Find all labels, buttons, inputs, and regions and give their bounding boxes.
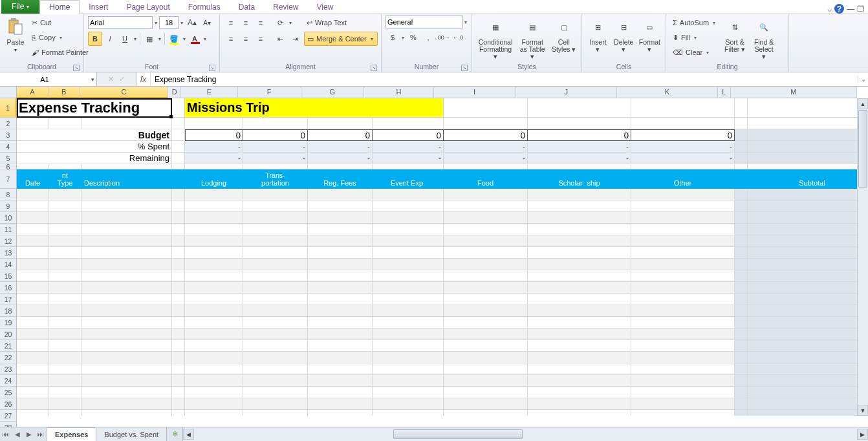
cell-H14[interactable] bbox=[373, 259, 444, 270]
cell-K27[interactable] bbox=[631, 410, 735, 416]
cell-M19[interactable]: - bbox=[748, 317, 857, 328]
cell-J10[interactable] bbox=[528, 212, 631, 224]
cell-H9[interactable] bbox=[373, 200, 444, 212]
tab-home[interactable]: Home bbox=[39, 0, 80, 14]
row-header-10[interactable]: 10 bbox=[0, 212, 17, 224]
sheet-nav[interactable]: ⏮◀▶⏭ bbox=[0, 427, 47, 441]
copy-button[interactable]: ⎘Copy▾ bbox=[29, 30, 91, 45]
cell-D22[interactable] bbox=[172, 352, 185, 363]
cell-H15[interactable] bbox=[373, 270, 444, 282]
cell-B27[interactable] bbox=[49, 410, 81, 416]
header-G[interactable]: Reg. Fees bbox=[308, 169, 373, 189]
insert-cells-button[interactable]: ⊞Insert▾ bbox=[586, 16, 610, 54]
cell-I22[interactable] bbox=[444, 352, 528, 363]
cell-M18[interactable]: - bbox=[748, 305, 857, 317]
format-cells-button[interactable]: ▭Format▾ bbox=[638, 16, 662, 54]
cell-C13[interactable] bbox=[81, 247, 172, 259]
cell-E12[interactable] bbox=[185, 235, 243, 247]
cell-B13[interactable] bbox=[49, 247, 81, 259]
cell-B10[interactable] bbox=[49, 212, 81, 224]
cell-J21[interactable] bbox=[528, 340, 631, 352]
cell-A1[interactable]: Expense Tracking bbox=[17, 98, 172, 118]
cell-L1[interactable] bbox=[735, 98, 748, 118]
cell-C22[interactable] bbox=[81, 352, 172, 363]
name-box[interactable]: ▾ bbox=[0, 72, 97, 86]
orientation-icon[interactable]: ⟳ bbox=[273, 16, 287, 30]
cell-L24[interactable] bbox=[735, 375, 748, 387]
cell-C26[interactable] bbox=[81, 398, 172, 410]
cell-M24[interactable]: - bbox=[748, 375, 857, 387]
cell-M25[interactable]: - bbox=[748, 387, 857, 398]
cell-D21[interactable] bbox=[172, 340, 185, 352]
cell-J26[interactable] bbox=[528, 398, 631, 410]
font-name-dd[interactable]: ▾ bbox=[153, 20, 158, 26]
cell-M4[interactable]: - bbox=[748, 141, 857, 153]
cell-I3[interactable]: 0 bbox=[444, 129, 528, 141]
cell-E10[interactable] bbox=[185, 212, 243, 224]
font-size-select[interactable] bbox=[159, 16, 179, 29]
comma-icon[interactable]: , bbox=[421, 30, 435, 45]
cell-A4[interactable]: % Spent bbox=[17, 141, 172, 153]
cell-M11[interactable]: - bbox=[748, 224, 857, 235]
cell-A23[interactable] bbox=[17, 363, 49, 375]
fill-color-button[interactable]: 🪣 bbox=[167, 32, 181, 46]
cell-J20[interactable] bbox=[528, 328, 631, 340]
cell-B22[interactable] bbox=[49, 352, 81, 363]
cell-I4[interactable]: - bbox=[444, 141, 528, 153]
cell-K11[interactable] bbox=[631, 224, 735, 235]
cell-D24[interactable] bbox=[172, 375, 185, 387]
row-header-4[interactable]: 4 bbox=[0, 141, 17, 153]
row-header-16[interactable]: 16 bbox=[0, 282, 17, 294]
cell-I2[interactable] bbox=[444, 118, 528, 129]
cell-J12[interactable] bbox=[528, 235, 631, 247]
cell-D16[interactable] bbox=[172, 282, 185, 294]
row-header-11[interactable]: 11 bbox=[0, 224, 17, 235]
cell-L10[interactable] bbox=[735, 212, 748, 224]
cell-C20[interactable] bbox=[81, 328, 172, 340]
cell-H10[interactable] bbox=[373, 212, 444, 224]
font-dialog-launcher[interactable]: ↘ bbox=[209, 65, 215, 71]
header-F[interactable]: Trans-portation bbox=[243, 169, 308, 189]
cell-A15[interactable] bbox=[17, 270, 49, 282]
cell-K6[interactable] bbox=[631, 164, 735, 169]
cell-L2[interactable] bbox=[735, 118, 748, 129]
select-all-corner[interactable] bbox=[0, 87, 17, 98]
spreadsheet-grid[interactable]: ABCDEFGHIJKLM 12345678910111213141516171… bbox=[0, 87, 868, 427]
cell-I12[interactable] bbox=[444, 235, 528, 247]
cell-M10[interactable]: - bbox=[748, 212, 857, 224]
col-header-G[interactable]: G bbox=[301, 87, 365, 98]
cell-B25[interactable] bbox=[49, 387, 81, 398]
cell-K19[interactable] bbox=[631, 317, 735, 328]
row-header-19[interactable]: 19 bbox=[0, 317, 17, 328]
cell-H19[interactable] bbox=[373, 317, 444, 328]
cell-I23[interactable] bbox=[444, 363, 528, 375]
row-header-3[interactable]: 3 bbox=[0, 129, 17, 141]
align-left-icon[interactable]: ≡ bbox=[224, 32, 238, 46]
cell-M16[interactable]: - bbox=[748, 282, 857, 294]
cell-L6[interactable] bbox=[735, 164, 748, 169]
tab-view[interactable]: View bbox=[308, 1, 343, 14]
cell-C23[interactable] bbox=[81, 363, 172, 375]
cell-F11[interactable] bbox=[243, 224, 308, 235]
header-C[interactable]: Description bbox=[81, 169, 172, 189]
cell-F26[interactable] bbox=[243, 398, 308, 410]
cell-E4[interactable]: - bbox=[185, 141, 243, 153]
cell-A13[interactable] bbox=[17, 247, 49, 259]
cell-A18[interactable] bbox=[17, 305, 49, 317]
align-middle-icon[interactable]: ≡ bbox=[239, 16, 253, 30]
cell-H13[interactable] bbox=[373, 247, 444, 259]
cell-C24[interactable] bbox=[81, 375, 172, 387]
cell-H25[interactable] bbox=[373, 387, 444, 398]
tab-review[interactable]: Review bbox=[264, 1, 307, 14]
wrap-text-button[interactable]: ↩Wrap Text bbox=[304, 16, 378, 30]
conditional-formatting-button[interactable]: ▦Conditional Formatting ▾ bbox=[476, 16, 515, 61]
cell-K18[interactable] bbox=[631, 305, 735, 317]
cell-L26[interactable] bbox=[735, 398, 748, 410]
align-center-icon[interactable]: ≡ bbox=[239, 32, 253, 46]
cell-H21[interactable] bbox=[373, 340, 444, 352]
cell-A12[interactable] bbox=[17, 235, 49, 247]
cell-K26[interactable] bbox=[631, 398, 735, 410]
row-header-2[interactable]: 2 bbox=[0, 118, 17, 129]
cell-A19[interactable] bbox=[17, 317, 49, 328]
cell-B14[interactable] bbox=[49, 259, 81, 270]
